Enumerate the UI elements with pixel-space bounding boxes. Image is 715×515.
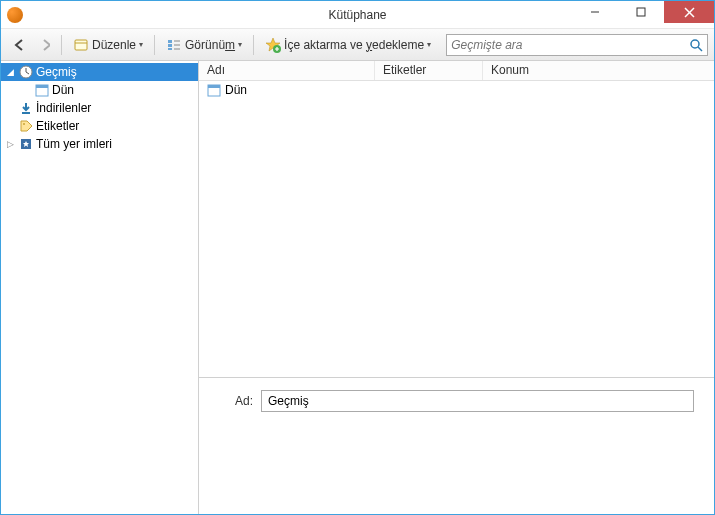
column-header-location[interactable]: Konum bbox=[483, 61, 714, 80]
column-header-tags[interactable]: Etiketler bbox=[375, 61, 483, 80]
details-name-input[interactable] bbox=[261, 390, 694, 412]
bookmark-icon bbox=[18, 136, 34, 152]
svg-rect-6 bbox=[168, 40, 172, 43]
window-title: Kütüphane bbox=[328, 8, 386, 22]
sidebar-item-downloads[interactable]: İndirilenler bbox=[1, 99, 198, 117]
svg-rect-4 bbox=[75, 40, 87, 50]
sidebar-item-label: İndirilenler bbox=[36, 101, 91, 115]
maximize-icon bbox=[636, 7, 646, 17]
chevron-down-icon: ▾ bbox=[427, 40, 431, 49]
sidebar-item-label: Tüm yer imleri bbox=[36, 137, 112, 151]
views-icon bbox=[166, 37, 182, 53]
forward-icon bbox=[38, 37, 50, 53]
sidebar-item-history[interactable]: ◢ Geçmiş bbox=[1, 63, 198, 81]
sidebar-item-yesterday[interactable]: Dün bbox=[1, 81, 198, 99]
list-body[interactable]: Dün bbox=[199, 81, 714, 378]
tag-icon bbox=[18, 118, 34, 134]
svg-rect-7 bbox=[168, 44, 172, 47]
toolbar-separator bbox=[61, 35, 62, 55]
views-button[interactable]: Görünüm ▾ bbox=[161, 34, 247, 56]
back-button[interactable] bbox=[7, 34, 29, 56]
organize-label: Düzenle bbox=[92, 38, 136, 52]
firefox-icon bbox=[7, 7, 23, 23]
back-icon bbox=[12, 37, 24, 53]
svg-rect-1 bbox=[637, 8, 645, 16]
close-icon bbox=[684, 7, 695, 18]
search-icon[interactable] bbox=[689, 38, 703, 52]
search-input[interactable] bbox=[451, 38, 689, 52]
calendar-icon bbox=[34, 82, 50, 98]
sidebar-item-label: Etiketler bbox=[36, 119, 79, 133]
minimize-icon bbox=[590, 7, 600, 17]
expander-open-icon[interactable]: ◢ bbox=[5, 67, 16, 77]
row-name: Dün bbox=[225, 83, 247, 97]
details-pane: Ad: bbox=[199, 378, 714, 514]
maximize-button[interactable] bbox=[618, 1, 664, 23]
sidebar-item-label: Dün bbox=[52, 83, 74, 97]
body: ◢ Geçmiş Dün İndirilenler Etiketler ▷ bbox=[1, 61, 714, 514]
minimize-button[interactable] bbox=[572, 1, 618, 23]
svg-point-14 bbox=[691, 40, 699, 48]
organize-icon bbox=[73, 37, 89, 53]
svg-rect-20 bbox=[36, 85, 48, 88]
chevron-down-icon: ▾ bbox=[238, 40, 242, 49]
clock-icon bbox=[18, 64, 34, 80]
sidebar-tree[interactable]: ◢ Geçmiş Dün İndirilenler Etiketler ▷ bbox=[1, 61, 199, 514]
star-import-icon bbox=[265, 37, 281, 53]
download-icon bbox=[18, 100, 34, 116]
svg-rect-8 bbox=[168, 48, 172, 50]
list-header: Adı Etiketler Konum bbox=[199, 61, 714, 81]
chevron-down-icon: ▾ bbox=[139, 40, 143, 49]
organize-button[interactable]: Düzenle ▾ bbox=[68, 34, 148, 56]
views-label: Görünüm bbox=[185, 38, 235, 52]
sidebar-item-label: Geçmiş bbox=[36, 65, 77, 79]
calendar-icon bbox=[207, 83, 221, 97]
search-box[interactable] bbox=[446, 34, 708, 56]
list-row[interactable]: Dün bbox=[199, 81, 714, 99]
svg-rect-28 bbox=[208, 85, 220, 88]
column-header-name[interactable]: Adı bbox=[199, 61, 375, 80]
details-name-label: Ad: bbox=[207, 394, 253, 408]
expander-closed-icon[interactable]: ▷ bbox=[5, 139, 16, 149]
titlebar[interactable]: Kütüphane bbox=[1, 1, 714, 29]
close-button[interactable] bbox=[664, 1, 714, 23]
forward-button[interactable] bbox=[33, 34, 55, 56]
toolbar: Düzenle ▾ Görünüm ▾ İçe aktarma ve yedek… bbox=[1, 29, 714, 61]
toolbar-separator bbox=[154, 35, 155, 55]
sidebar-item-all-bookmarks[interactable]: ▷ Tüm yer imleri bbox=[1, 135, 198, 153]
svg-point-24 bbox=[23, 123, 25, 125]
svg-line-15 bbox=[698, 47, 702, 51]
details-name-row: Ad: bbox=[207, 390, 706, 412]
window-controls bbox=[572, 1, 714, 23]
import-backup-label: İçe aktarma ve yedekleme bbox=[284, 38, 424, 52]
library-window: Kütüphane Düzenle ▾ Gör bbox=[0, 0, 715, 515]
import-backup-button[interactable]: İçe aktarma ve yedekleme ▾ bbox=[260, 34, 436, 56]
main-panel: Adı Etiketler Konum Dün Ad: bbox=[199, 61, 714, 514]
sidebar-item-tags[interactable]: Etiketler bbox=[1, 117, 198, 135]
toolbar-separator bbox=[253, 35, 254, 55]
